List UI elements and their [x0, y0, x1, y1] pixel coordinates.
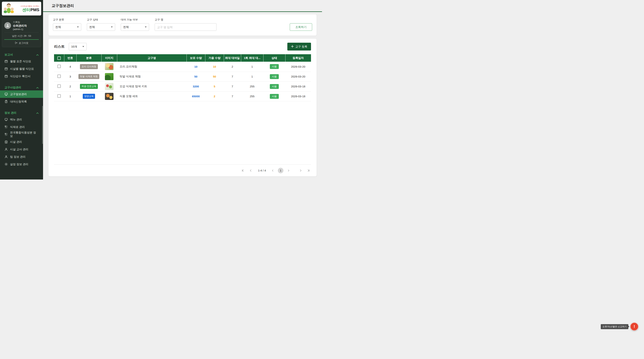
chevron-up-icon	[36, 111, 38, 114]
filter-category-field: 교구 분류 전체	[53, 18, 81, 31]
available-quantity: 50	[205, 72, 224, 82]
sidebar-item-settings-info-management[interactable]: 설정 정보 관리	[0, 160, 43, 168]
app-window: 스마트급식행정, 아이푹스 센터PMS 기획팀 슈퍼관리자 (admin-1) …	[0, 0, 322, 180]
filter-category-label: 교구 분류	[53, 18, 81, 22]
user-account: (admin-1)	[13, 28, 27, 30]
next-page-chevron[interactable]	[286, 168, 291, 173]
filter-status-select[interactable]: 전체	[87, 23, 115, 31]
logout-label: 로그아웃	[19, 42, 28, 45]
search-button[interactable]: 조회하기	[290, 23, 312, 31]
chevron-down-icon	[145, 26, 147, 28]
utensils-icon	[4, 133, 8, 136]
stock-quantity: 10	[186, 62, 205, 72]
chevron-up-icon	[36, 53, 38, 56]
table-header-row: 번호 분류 이미지 교구명 보유 수량 가용 수량 최대 대여일 1회 최대 대…	[54, 54, 311, 62]
status-badge: 사용	[270, 94, 279, 99]
logout-icon	[15, 42, 18, 45]
item-thumbnail	[105, 93, 114, 100]
registration-date: 2026-03-20	[285, 72, 311, 82]
sidebar-nav: 보고서 월별 표준 식단표 시설별 월별 식단표 식단감수 확인서	[0, 52, 43, 180]
section-info-management[interactable]: 정보 관리	[0, 110, 43, 116]
max-per-rental: 1	[241, 62, 263, 72]
col-no: 번호	[64, 54, 76, 62]
filter-rentable-select[interactable]: 전체	[121, 23, 149, 31]
sidebar-item-menu-review-confirmation[interactable]: 식단감수 확인서	[0, 72, 43, 80]
col-stock: 보유 수량	[186, 54, 205, 62]
filter-category-select[interactable]: 전체	[53, 23, 81, 31]
session-time-remaining: 남은 시간: 29 : 53	[4, 32, 39, 40]
row-checkbox[interactable]	[58, 94, 61, 98]
status-badge: 사용	[270, 74, 279, 79]
calendar-icon	[4, 74, 8, 78]
stock-quantity: 50	[186, 72, 205, 82]
prev-page-button[interactable]	[248, 168, 254, 173]
row-no: 3	[64, 72, 76, 82]
logo-tagline: 스마트급식행정, 아이푹스	[15, 5, 39, 8]
brand-name: 센터PMS	[15, 8, 39, 12]
table-row: 4 조리·요리체험 조리.요리체험 10 10 2 1 사용 2026-03-2…	[54, 62, 311, 72]
sidebar-item-rental-request-list[interactable]: 대여신청목록	[0, 98, 43, 105]
main-area: 교구정보관리 교구 분류 전체 교구 상태 전체	[43, 0, 322, 180]
row-no: 4	[64, 62, 76, 72]
max-per-rental: 255	[241, 82, 263, 91]
filter-rentable-label: 대여 가능 여부	[121, 18, 149, 22]
sidebar-item-monthly-standard-menu[interactable]: 월별 표준 식단표	[0, 58, 43, 65]
category-badge: 위생·안전교육	[80, 84, 98, 89]
sidebar-item-menu-management[interactable]: 메뉴 관리	[0, 116, 43, 123]
table-row: 1 영양교육 식품 모형 세트 65000 2 7 255 사용 2026-03…	[54, 91, 311, 101]
last-page-button[interactable]	[306, 168, 311, 173]
list-panel: 리스트 10개 교구 등록	[48, 38, 317, 176]
row-checkbox[interactable]	[58, 84, 61, 88]
logout-button[interactable]: 로그아웃	[4, 40, 39, 45]
prev-page-chevron[interactable]	[270, 168, 275, 173]
filter-rentable-field: 대여 가능 여부 전체	[121, 18, 149, 31]
sidebar-item-teaching-aid-info[interactable]: 교구정보관리	[0, 90, 43, 98]
current-page-button[interactable]: 1	[278, 168, 284, 173]
sidebar-item-facility-teacher-management[interactable]: 시설 교사 관리	[0, 146, 43, 153]
chevron-down-icon	[111, 26, 113, 28]
user-card: 기획팀 슈퍼관리자 (admin-1) 남은 시간: 29 : 53 로그아웃	[2, 18, 41, 47]
device-monitor-icon	[4, 118, 8, 121]
category-badge: 조리·요리체험	[80, 64, 98, 69]
filter-name-field: 교구 명	[155, 18, 216, 31]
app-logo[interactable]: 스마트급식행정, 아이푹스 센터PMS	[2, 2, 41, 16]
content: 교구 분류 전체 교구 상태 전체 대여 가능 여부	[43, 12, 322, 176]
page-size-select[interactable]: 10개	[69, 43, 87, 50]
teaching-aid-name-input[interactable]	[155, 23, 216, 31]
teaching-aid-table: 번호 분류 이미지 교구명 보유 수량 가용 수량 최대 대여일 1회 최대 대…	[54, 54, 311, 164]
row-checkbox[interactable]	[58, 65, 61, 68]
section-teaching-aid-business[interactable]: 교구사업관리	[0, 84, 43, 90]
row-checkbox[interactable]	[58, 74, 61, 78]
sidebar-item-national-food-nutrition-info[interactable]: 전국통합식품성분 정보	[0, 131, 43, 138]
page-header: 교구정보관리	[43, 0, 322, 12]
utensils-icon	[4, 125, 8, 128]
filter-panel: 교구 분류 전체 교구 상태 전체 대여 가능 여부	[48, 14, 317, 36]
chevron-up-icon	[36, 86, 38, 89]
register-teaching-aid-button[interactable]: 교구 등록	[287, 43, 311, 50]
sidebar: 스마트급식행정, 아이푹스 센터PMS 기획팀 슈퍼관리자 (admin-1) …	[0, 0, 43, 180]
col-status: 상태	[263, 54, 285, 62]
first-page-button[interactable]	[240, 168, 246, 173]
person-icon	[4, 155, 8, 158]
stock-quantity: 3200	[186, 82, 205, 91]
col-reg-date: 등록일자	[285, 54, 311, 62]
available-quantity: 10	[205, 62, 224, 72]
item-thumbnail	[105, 73, 114, 80]
next-page-button[interactable]	[298, 168, 303, 173]
sidebar-item-team-info-management[interactable]: 팀 정보 관리	[0, 153, 43, 160]
plus-icon	[291, 45, 294, 48]
page-title: 교구정보관리	[52, 3, 74, 8]
sidebar-item-ingredient-management[interactable]: 식재료 관리	[0, 123, 43, 131]
table-row: 3 텃밭·식재료 체험 텃밭 식재료 체험 50 50 7 1 사용 2026-…	[54, 72, 311, 82]
col-max-rental-days: 최대 대여일	[224, 54, 241, 62]
sidebar-item-facility-monthly-menu[interactable]: 시설별 월별 식단표	[0, 65, 43, 72]
avatar	[4, 22, 11, 29]
sidebar-scrollbar[interactable]	[42, 106, 43, 144]
filter-name-label: 교구 명	[155, 18, 216, 22]
section-reports[interactable]: 보고서	[0, 52, 43, 58]
select-all-checkbox[interactable]	[58, 56, 61, 60]
item-name: 오감 식재료 탐색 키트	[117, 82, 186, 91]
sidebar-item-facility-management[interactable]: 시설 관리	[0, 138, 43, 146]
status-badge: 사용	[270, 84, 279, 89]
max-rental-days: 7	[224, 72, 241, 82]
